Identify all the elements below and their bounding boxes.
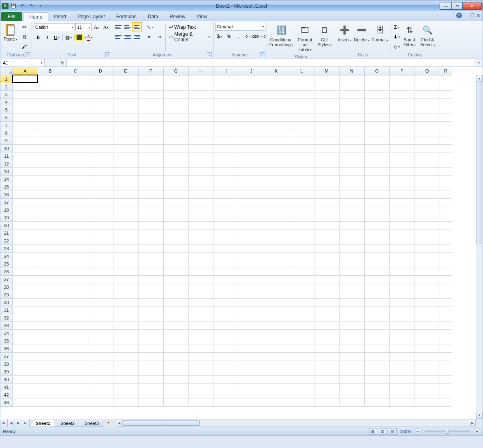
cell-L8[interactable] xyxy=(289,129,314,137)
cell-G29[interactable] xyxy=(163,291,188,298)
cell-O28[interactable] xyxy=(364,283,389,291)
cell-H8[interactable] xyxy=(188,129,214,137)
window-minimize-workbook-icon[interactable]: — xyxy=(464,13,468,18)
qat-customize-button[interactable] xyxy=(36,2,44,10)
cell-N42[interactable] xyxy=(339,391,364,399)
cell-R2[interactable] xyxy=(440,83,452,90)
row-header-13[interactable]: 13 xyxy=(0,167,13,175)
cell-P10[interactable] xyxy=(389,144,415,152)
cell-G8[interactable] xyxy=(163,129,188,137)
cell-H6[interactable] xyxy=(188,114,214,121)
column-header-A[interactable]: A xyxy=(13,67,38,75)
cell-O36[interactable] xyxy=(364,345,389,352)
cell-C5[interactable] xyxy=(63,106,88,114)
cell-H28[interactable] xyxy=(188,283,214,291)
cell-M6[interactable] xyxy=(314,114,339,121)
maximize-button[interactable]: ▭ xyxy=(451,2,463,10)
cell-L28[interactable] xyxy=(289,283,314,291)
cell-G26[interactable] xyxy=(163,268,188,275)
cell-L19[interactable] xyxy=(289,214,314,221)
cell-R29[interactable] xyxy=(440,291,452,298)
cell-D22[interactable] xyxy=(88,237,113,244)
cell-A10[interactable] xyxy=(13,144,38,152)
column-header-I[interactable]: I xyxy=(214,67,239,75)
cell-H41[interactable] xyxy=(188,383,214,391)
cell-H17[interactable] xyxy=(188,198,214,206)
cell-F20[interactable] xyxy=(138,221,163,229)
cell-K23[interactable] xyxy=(264,244,289,252)
cell-J30[interactable] xyxy=(239,298,264,306)
cell-A5[interactable] xyxy=(13,106,38,114)
cell-M39[interactable] xyxy=(314,368,339,375)
cell-K39[interactable] xyxy=(264,368,289,375)
orientation-button[interactable]: ⤡ xyxy=(145,23,154,32)
cell-L33[interactable] xyxy=(289,322,314,329)
cell-F30[interactable] xyxy=(138,298,163,306)
column-header-D[interactable]: D xyxy=(88,67,113,75)
cell-O41[interactable] xyxy=(364,383,389,391)
cell-I10[interactable] xyxy=(214,144,239,152)
cell-H13[interactable] xyxy=(188,167,214,175)
cell-B1[interactable] xyxy=(38,75,63,83)
decrease-decimal-button[interactable]: .00→.0 xyxy=(255,32,264,41)
cell-E38[interactable] xyxy=(113,360,138,368)
cell-D18[interactable] xyxy=(88,206,113,214)
cell-Q35[interactable] xyxy=(415,337,440,345)
cell-B22[interactable] xyxy=(38,237,63,244)
cell-K33[interactable] xyxy=(264,322,289,329)
row-header-9[interactable]: 9 xyxy=(0,137,13,144)
column-header-K[interactable]: K xyxy=(264,67,289,75)
cell-F7[interactable] xyxy=(138,121,163,129)
cell-A11[interactable] xyxy=(13,152,38,160)
cell-J36[interactable] xyxy=(239,345,264,352)
cell-H35[interactable] xyxy=(188,337,214,345)
cell-P3[interactable] xyxy=(389,90,415,98)
cell-L31[interactable] xyxy=(289,306,314,314)
cell-O7[interactable] xyxy=(364,121,389,129)
cell-J16[interactable] xyxy=(239,191,264,198)
cell-G33[interactable] xyxy=(163,322,188,329)
cell-P14[interactable] xyxy=(389,175,415,183)
cell-N21[interactable] xyxy=(339,229,364,237)
cell-K38[interactable] xyxy=(264,360,289,368)
cell-E34[interactable] xyxy=(113,329,138,337)
cell-L6[interactable] xyxy=(289,114,314,121)
cell-I18[interactable] xyxy=(214,206,239,214)
cell-O2[interactable] xyxy=(364,83,389,90)
cell-O14[interactable] xyxy=(364,175,389,183)
cell-D35[interactable] xyxy=(88,337,113,345)
cell-N36[interactable] xyxy=(339,345,364,352)
cell-N25[interactable] xyxy=(339,260,364,268)
autosum-button[interactable]: Σ xyxy=(393,23,401,32)
cell-C29[interactable] xyxy=(63,291,88,298)
cell-Q22[interactable] xyxy=(415,237,440,244)
row-header-23[interactable]: 23 xyxy=(0,244,13,252)
cell-P7[interactable] xyxy=(389,121,415,129)
cell-J5[interactable] xyxy=(239,106,264,114)
cell-G19[interactable] xyxy=(163,214,188,221)
cell-G5[interactable] xyxy=(163,106,188,114)
cell-P16[interactable] xyxy=(389,191,415,198)
increase-indent-button[interactable]: ⇥ xyxy=(155,32,164,41)
column-header-H[interactable]: H xyxy=(188,67,214,75)
cell-O40[interactable] xyxy=(364,375,389,383)
cell-C9[interactable] xyxy=(63,137,88,144)
cell-M19[interactable] xyxy=(314,214,339,221)
excel-icon[interactable]: X xyxy=(2,3,9,9)
cell-P31[interactable] xyxy=(389,306,415,314)
cell-I7[interactable] xyxy=(214,121,239,129)
cell-A2[interactable] xyxy=(13,83,38,90)
cell-C37[interactable] xyxy=(63,352,88,360)
cell-I26[interactable] xyxy=(214,268,239,275)
cell-H27[interactable] xyxy=(188,275,214,283)
cell-Q12[interactable] xyxy=(415,160,440,167)
cell-Q6[interactable] xyxy=(415,114,440,121)
font-color-button[interactable]: A xyxy=(85,33,94,42)
row-header-35[interactable]: 35 xyxy=(0,337,13,345)
cell-J37[interactable] xyxy=(239,352,264,360)
cell-A27[interactable] xyxy=(13,275,38,283)
cell-P8[interactable] xyxy=(389,129,415,137)
redo-button[interactable]: ↷ xyxy=(27,2,35,10)
cell-C43[interactable] xyxy=(63,399,88,406)
cell-L9[interactable] xyxy=(289,137,314,144)
